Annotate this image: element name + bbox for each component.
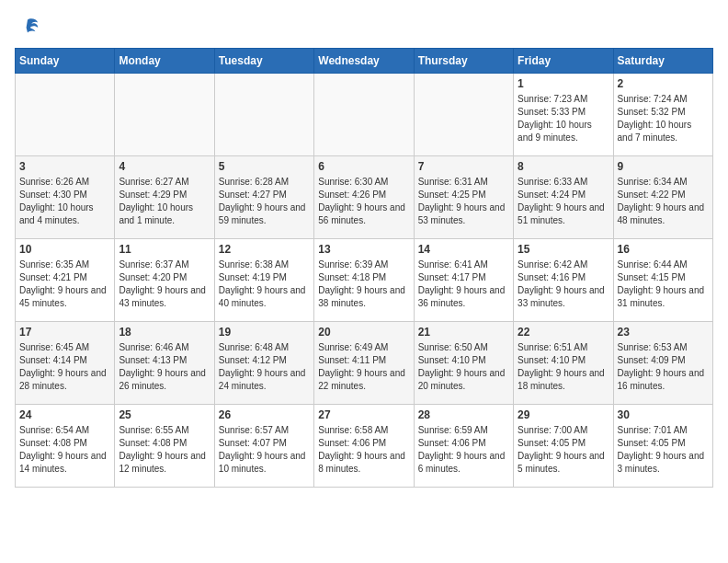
calendar-cell (214, 74, 313, 156)
day-info: Sunrise: 6:35 AM Sunset: 4:21 PM Dayligh… (19, 259, 110, 310)
day-info: Sunrise: 6:39 AM Sunset: 4:18 PM Dayligh… (318, 259, 409, 310)
day-info: Sunrise: 6:54 AM Sunset: 4:08 PM Dayligh… (19, 424, 110, 476)
day-number: 29 (518, 408, 609, 421)
logo-bird-icon (15, 15, 40, 40)
page-header (15, 15, 713, 40)
day-info: Sunrise: 6:28 AM Sunset: 4:27 PM Dayligh… (219, 176, 310, 227)
day-info: Sunrise: 6:49 AM Sunset: 4:11 PM Dayligh… (318, 341, 409, 393)
calendar-cell: 21Sunrise: 6:50 AM Sunset: 4:10 PM Dayli… (414, 322, 513, 405)
day-number: 6 (318, 160, 409, 173)
day-info: Sunrise: 6:55 AM Sunset: 4:08 PM Dayligh… (119, 424, 210, 476)
day-info: Sunrise: 6:50 AM Sunset: 4:10 PM Dayligh… (418, 341, 509, 393)
calendar-cell (414, 74, 513, 156)
calendar-cell: 7Sunrise: 6:31 AM Sunset: 4:25 PM Daylig… (414, 156, 513, 239)
calendar-cell: 6Sunrise: 6:30 AM Sunset: 4:26 PM Daylig… (314, 156, 414, 239)
day-info: Sunrise: 6:42 AM Sunset: 4:16 PM Dayligh… (518, 259, 609, 310)
day-number: 25 (119, 408, 210, 421)
calendar-cell: 28Sunrise: 6:59 AM Sunset: 4:06 PM Dayli… (414, 405, 513, 488)
day-number: 19 (219, 326, 310, 339)
calendar-cell (115, 74, 214, 156)
calendar-cell: 11Sunrise: 6:37 AM Sunset: 4:20 PM Dayli… (115, 239, 214, 322)
weekday-header-monday: Monday (115, 49, 214, 74)
calendar-cell (16, 74, 115, 156)
day-number: 22 (518, 326, 609, 339)
day-number: 9 (618, 160, 709, 173)
calendar-cell: 20Sunrise: 6:49 AM Sunset: 4:11 PM Dayli… (314, 322, 414, 405)
day-info: Sunrise: 6:45 AM Sunset: 4:14 PM Dayligh… (19, 341, 110, 393)
day-number: 20 (318, 326, 409, 339)
day-number: 18 (119, 326, 210, 339)
calendar-cell: 29Sunrise: 7:00 AM Sunset: 4:05 PM Dayli… (514, 405, 613, 488)
calendar-cell: 22Sunrise: 6:51 AM Sunset: 4:10 PM Dayli… (514, 322, 613, 405)
day-info: Sunrise: 6:48 AM Sunset: 4:12 PM Dayligh… (219, 341, 310, 393)
day-info: Sunrise: 7:01 AM Sunset: 4:05 PM Dayligh… (618, 424, 709, 476)
calendar-cell: 24Sunrise: 6:54 AM Sunset: 4:08 PM Dayli… (16, 405, 115, 488)
calendar-cell (314, 74, 414, 156)
calendar-cell: 9Sunrise: 6:34 AM Sunset: 4:22 PM Daylig… (613, 156, 712, 239)
day-info: Sunrise: 6:53 AM Sunset: 4:09 PM Dayligh… (618, 341, 709, 393)
day-number: 5 (219, 160, 310, 173)
calendar-week-row: 17Sunrise: 6:45 AM Sunset: 4:14 PM Dayli… (16, 322, 713, 405)
weekday-header-row: SundayMondayTuesdayWednesdayThursdayFrid… (16, 49, 713, 74)
day-number: 26 (219, 408, 310, 421)
weekday-header-sunday: Sunday (16, 49, 115, 74)
calendar-cell: 27Sunrise: 6:58 AM Sunset: 4:06 PM Dayli… (314, 405, 414, 488)
calendar-cell: 30Sunrise: 7:01 AM Sunset: 4:05 PM Dayli… (613, 405, 712, 488)
calendar-cell: 15Sunrise: 6:42 AM Sunset: 4:16 PM Dayli… (514, 239, 613, 322)
calendar-cell: 4Sunrise: 6:27 AM Sunset: 4:29 PM Daylig… (115, 156, 214, 239)
calendar-cell: 14Sunrise: 6:41 AM Sunset: 4:17 PM Dayli… (414, 239, 513, 322)
day-number: 3 (19, 160, 110, 173)
day-info: Sunrise: 7:00 AM Sunset: 4:05 PM Dayligh… (518, 424, 609, 476)
day-number: 24 (19, 408, 110, 421)
day-number: 28 (418, 408, 509, 421)
day-info: Sunrise: 6:57 AM Sunset: 4:07 PM Dayligh… (219, 424, 310, 476)
day-info: Sunrise: 6:46 AM Sunset: 4:13 PM Dayligh… (119, 341, 210, 393)
day-info: Sunrise: 6:58 AM Sunset: 4:06 PM Dayligh… (318, 424, 409, 476)
day-info: Sunrise: 6:41 AM Sunset: 4:17 PM Dayligh… (418, 259, 509, 310)
day-number: 8 (518, 160, 609, 173)
calendar-cell: 23Sunrise: 6:53 AM Sunset: 4:09 PM Dayli… (613, 322, 712, 405)
day-number: 16 (618, 243, 709, 256)
day-info: Sunrise: 7:23 AM Sunset: 5:33 PM Dayligh… (518, 93, 609, 144)
day-number: 4 (119, 160, 210, 173)
calendar-cell: 10Sunrise: 6:35 AM Sunset: 4:21 PM Dayli… (16, 239, 115, 322)
day-info: Sunrise: 6:26 AM Sunset: 4:30 PM Dayligh… (19, 176, 110, 227)
weekday-header-friday: Friday (514, 49, 613, 74)
day-info: Sunrise: 6:51 AM Sunset: 4:10 PM Dayligh… (518, 341, 609, 393)
day-number: 23 (618, 326, 709, 339)
weekday-header-tuesday: Tuesday (214, 49, 313, 74)
day-info: Sunrise: 7:24 AM Sunset: 5:32 PM Dayligh… (618, 93, 709, 144)
calendar-week-row: 3Sunrise: 6:26 AM Sunset: 4:30 PM Daylig… (16, 156, 713, 239)
day-info: Sunrise: 6:59 AM Sunset: 4:06 PM Dayligh… (418, 424, 509, 476)
calendar-cell: 17Sunrise: 6:45 AM Sunset: 4:14 PM Dayli… (16, 322, 115, 405)
day-number: 27 (318, 408, 409, 421)
weekday-header-saturday: Saturday (613, 49, 712, 74)
day-number: 1 (518, 77, 609, 90)
weekday-header-thursday: Thursday (414, 49, 513, 74)
calendar-week-row: 1Sunrise: 7:23 AM Sunset: 5:33 PM Daylig… (16, 74, 713, 156)
calendar-cell: 13Sunrise: 6:39 AM Sunset: 4:18 PM Dayli… (314, 239, 414, 322)
calendar-week-row: 24Sunrise: 6:54 AM Sunset: 4:08 PM Dayli… (16, 405, 713, 488)
day-number: 30 (618, 408, 709, 421)
calendar-cell: 26Sunrise: 6:57 AM Sunset: 4:07 PM Dayli… (214, 405, 313, 488)
day-number: 11 (119, 243, 210, 256)
day-info: Sunrise: 6:34 AM Sunset: 4:22 PM Dayligh… (618, 176, 709, 227)
calendar-cell: 12Sunrise: 6:38 AM Sunset: 4:19 PM Dayli… (214, 239, 313, 322)
day-info: Sunrise: 6:37 AM Sunset: 4:20 PM Dayligh… (119, 259, 210, 310)
day-number: 14 (418, 243, 509, 256)
day-info: Sunrise: 6:30 AM Sunset: 4:26 PM Dayligh… (318, 176, 409, 227)
day-number: 12 (219, 243, 310, 256)
day-info: Sunrise: 6:31 AM Sunset: 4:25 PM Dayligh… (418, 176, 509, 227)
calendar-cell: 3Sunrise: 6:26 AM Sunset: 4:30 PM Daylig… (16, 156, 115, 239)
day-number: 7 (418, 160, 509, 173)
calendar-cell: 18Sunrise: 6:46 AM Sunset: 4:13 PM Dayli… (115, 322, 214, 405)
calendar-cell: 8Sunrise: 6:33 AM Sunset: 4:24 PM Daylig… (514, 156, 613, 239)
calendar-cell: 16Sunrise: 6:44 AM Sunset: 4:15 PM Dayli… (613, 239, 712, 322)
calendar-cell: 2Sunrise: 7:24 AM Sunset: 5:32 PM Daylig… (613, 74, 712, 156)
weekday-header-wednesday: Wednesday (314, 49, 414, 74)
day-number: 21 (418, 326, 509, 339)
calendar-cell: 25Sunrise: 6:55 AM Sunset: 4:08 PM Dayli… (115, 405, 214, 488)
day-number: 17 (19, 326, 110, 339)
day-info: Sunrise: 6:27 AM Sunset: 4:29 PM Dayligh… (119, 176, 210, 227)
calendar-cell: 19Sunrise: 6:48 AM Sunset: 4:12 PM Dayli… (214, 322, 313, 405)
